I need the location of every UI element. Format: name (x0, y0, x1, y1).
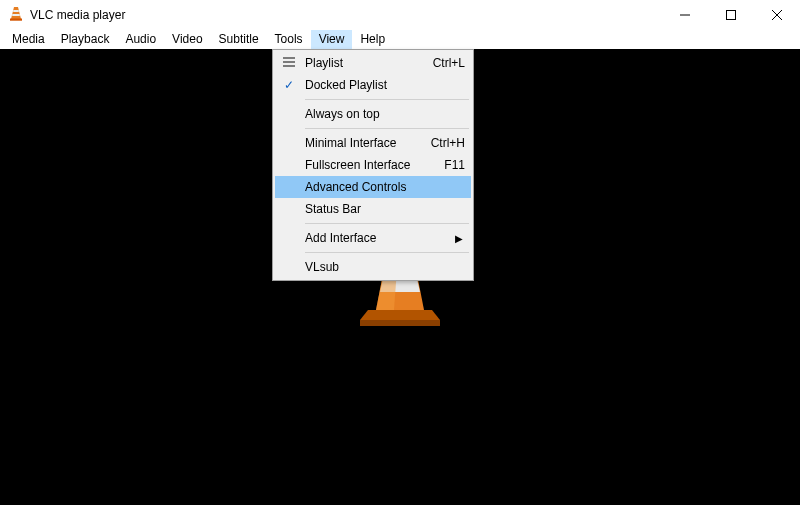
menuitem-status-bar[interactable]: Status Bar (275, 198, 471, 220)
menuitem-add-interface[interactable]: Add Interface ▶ (275, 227, 471, 249)
svg-marker-8 (360, 310, 440, 320)
menuitem-label: Status Bar (305, 202, 465, 216)
menuitem-label: Fullscreen Interface (305, 158, 432, 172)
menu-playback[interactable]: Playback (53, 30, 118, 49)
menuitem-label: Add Interface (305, 231, 465, 245)
menuitem-always-on-top[interactable]: Always on top (275, 103, 471, 125)
menu-subtitle[interactable]: Subtitle (211, 30, 267, 49)
svg-rect-5 (727, 11, 736, 20)
menu-help[interactable]: Help (352, 30, 393, 49)
maximize-button[interactable] (708, 0, 754, 30)
app-icon (8, 6, 24, 25)
menu-separator (305, 223, 469, 224)
menuitem-shortcut: Ctrl+H (431, 136, 465, 150)
menuitem-label: VLsub (305, 260, 465, 274)
menuitem-label: Always on top (305, 107, 465, 121)
menuitem-fullscreen-interface[interactable]: Fullscreen Interface F11 (275, 154, 471, 176)
menu-separator (305, 99, 469, 100)
svg-rect-3 (10, 18, 22, 20)
menuitem-label: Playlist (305, 56, 421, 70)
menubar: Media Playback Audio Video Subtitle Tool… (0, 30, 800, 49)
minimize-icon (680, 10, 690, 20)
menuitem-vlsub[interactable]: VLsub (275, 256, 471, 278)
menuitem-shortcut: Ctrl+L (433, 56, 465, 70)
menuitem-docked-playlist[interactable]: ✓ Docked Playlist (275, 74, 471, 96)
menuitem-advanced-controls[interactable]: Advanced Controls (275, 176, 471, 198)
menuitem-shortcut: F11 (444, 158, 465, 172)
svg-marker-9 (360, 320, 440, 326)
menu-separator (305, 252, 469, 253)
menuitem-label: Advanced Controls (305, 180, 465, 194)
menu-separator (305, 128, 469, 129)
menu-video[interactable]: Video (164, 30, 210, 49)
menu-view[interactable]: View (311, 30, 353, 49)
svg-marker-0 (11, 7, 21, 19)
playlist-icon (281, 56, 297, 71)
menu-media[interactable]: Media (4, 30, 53, 49)
menuitem-label: Docked Playlist (305, 78, 465, 92)
svg-rect-2 (12, 14, 20, 16)
maximize-icon (726, 10, 736, 20)
menuitem-playlist[interactable]: Playlist Ctrl+L (275, 52, 471, 74)
view-dropdown: Playlist Ctrl+L ✓ Docked Playlist Always… (272, 49, 474, 281)
menu-tools[interactable]: Tools (267, 30, 311, 49)
chevron-right-icon: ▶ (455, 233, 463, 244)
close-button[interactable] (754, 0, 800, 30)
svg-rect-1 (13, 10, 19, 12)
minimize-button[interactable] (662, 0, 708, 30)
window-controls (662, 0, 800, 30)
video-area[interactable]: Playlist Ctrl+L ✓ Docked Playlist Always… (0, 49, 800, 505)
menu-audio[interactable]: Audio (117, 30, 164, 49)
check-icon: ✓ (281, 78, 297, 92)
close-icon (772, 10, 782, 20)
window-titlebar: VLC media player (0, 0, 800, 30)
menuitem-label: Minimal Interface (305, 136, 419, 150)
window-title: VLC media player (30, 8, 125, 22)
menuitem-minimal-interface[interactable]: Minimal Interface Ctrl+H (275, 132, 471, 154)
